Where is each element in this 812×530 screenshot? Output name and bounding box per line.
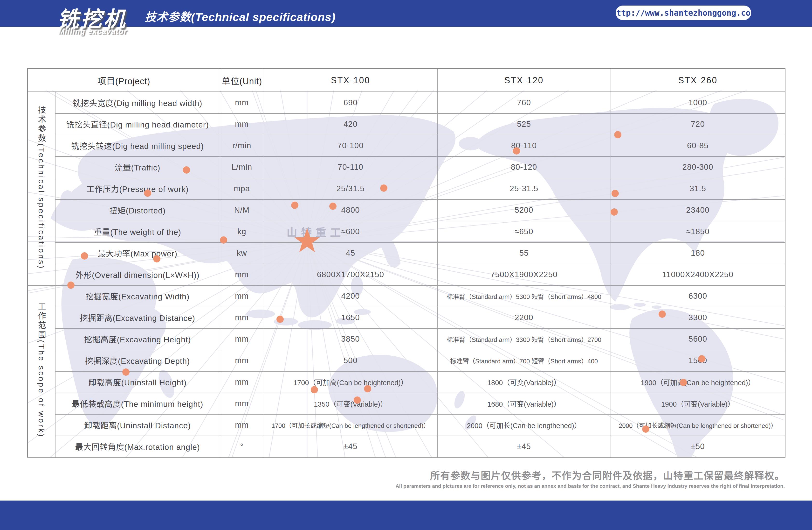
spec-value: 6300 — [611, 285, 785, 307]
spec-value: 1500 — [611, 350, 785, 371]
spec-name: 流量(Traffic) — [55, 156, 220, 178]
table-row: 卸载高度(Uninstall Height) mm 1700（可加高(Can b… — [28, 371, 785, 393]
spec-value: 标准臂（Standard arm）3300 短臂（Short arms）2700 — [437, 329, 611, 350]
spec-value: 标准臂（Standard arm）700 短臂（Short arms）400 — [437, 350, 611, 371]
spec-value: ≈600 — [264, 221, 437, 242]
spec-unit: mm — [220, 414, 264, 436]
spec-value: 23400 — [611, 199, 785, 221]
spec-value: 1900（可加高(Can be heightened)） — [611, 371, 785, 393]
spec-name: 铣挖头转速(Dig head milling speed) — [55, 135, 220, 156]
spec-value: 55 — [437, 242, 611, 264]
spec-unit: mm — [220, 350, 264, 371]
spec-value: 70-100 — [264, 135, 437, 156]
table-row: 挖掘距离(Excavating Distance) mm 1650 2200 3… — [28, 307, 785, 329]
spec-value: 70-110 — [264, 156, 437, 178]
page-title: 技术参数(Technical specifications) — [145, 8, 336, 24]
spec-value: 25-31.5 — [437, 178, 611, 199]
spec-unit: mm — [220, 307, 264, 329]
spec-name: 重量(The weight of the) — [55, 221, 220, 242]
spec-unit: mm — [220, 329, 264, 350]
spec-value: 690 — [264, 92, 437, 113]
spec-value: 2200 — [437, 307, 611, 329]
spec-table: 项目(Project) 单位(Unit) STX-100 STX-120 STX… — [27, 68, 785, 458]
table-row: 外形(Overall dimension(L×W×H)) mm 6800X170… — [28, 264, 785, 285]
spec-value: 1350（可变(Variable)） — [264, 393, 437, 414]
spec-value: 1650 — [264, 307, 437, 329]
table-row: 工作范围(The scope of work) 挖掘宽度(Excavating … — [28, 285, 785, 307]
disclaimer-cn: 所有参数与图片仅供参考，不作为合同附件及依据，山特重工保留最终解释权。 — [386, 470, 785, 482]
spec-unit: L/min — [220, 156, 264, 178]
spec-value: 5200 — [437, 199, 611, 221]
section-label-technical: 技术参数(Technical specifications) — [28, 92, 55, 285]
spec-name: 最大功率(Max power) — [55, 242, 220, 264]
spec-name: 挖掘高度(Excavating Height) — [55, 329, 220, 350]
spec-value: 420 — [264, 113, 437, 135]
col-header-stx260: STX-260 — [611, 69, 785, 92]
spec-name: 卸载距离(Uninstall Distance) — [55, 414, 220, 436]
spec-value: 7500X1900X2250 — [437, 264, 611, 285]
spec-value: 1680（可变(Variable)） — [437, 393, 611, 414]
spec-unit: mm — [220, 264, 264, 285]
table-header-row: 项目(Project) 单位(Unit) STX-100 STX-120 STX… — [28, 69, 785, 92]
spec-value: 1900（可变(Variable)） — [611, 393, 785, 414]
spec-unit: r/min — [220, 135, 264, 156]
spec-name: 卸载高度(Uninstall Height) — [55, 371, 220, 393]
col-header-stx100: STX-100 — [264, 69, 437, 92]
spec-value: 3850 — [264, 329, 437, 350]
table-row: 扭矩(Distorted) N/M 4800 5200 23400 — [28, 199, 785, 221]
spec-value: 5600 — [611, 329, 785, 350]
spec-name: 最大回转角度(Max.rotation angle) — [55, 436, 220, 457]
table-row: 重量(The weight of the) kg ≈600 ≈650 ≈1850 — [28, 221, 785, 242]
spec-value: 80-120 — [437, 156, 611, 178]
spec-name: 挖掘深度(Excavating Depth) — [55, 350, 220, 371]
table-row: 铣挖头直径(Dig milling head diameter) mm 420 … — [28, 113, 785, 135]
spec-value: 2000（可加长或缩短(Can be lengthened or shorten… — [611, 414, 785, 436]
spec-value: 25/31.5 — [264, 178, 437, 199]
spec-value: 760 — [437, 92, 611, 113]
spec-value: 1700（可加高(Can be heightened)） — [264, 371, 437, 393]
spec-value: 3300 — [611, 307, 785, 329]
spec-name: 铣挖头宽度(Dig milling head width) — [55, 92, 220, 113]
spec-value: 1800（可变(Variable)） — [437, 371, 611, 393]
table-row: 流量(Traffic) L/min 70-110 80-120 280-300 — [28, 156, 785, 178]
disclaimer: 所有参数与图片仅供参考，不作为合同附件及依据，山特重工保留最终解释权。 All … — [386, 470, 785, 490]
spec-unit: mpa — [220, 178, 264, 199]
spec-name: 挖掘距离(Excavating Distance) — [55, 307, 220, 329]
spec-value: 720 — [611, 113, 785, 135]
table-row: 最低装载高度(The minimum height) mm 1350（可变(Va… — [28, 393, 785, 414]
spec-unit: ° — [220, 436, 264, 457]
spec-value: 80-110 — [437, 135, 611, 156]
spec-value: ≈650 — [437, 221, 611, 242]
section-label-scope: 工作范围(The scope of work) — [28, 285, 55, 457]
spec-value: ±50 — [611, 436, 785, 457]
disclaimer-en: All parameters and pictures are for refe… — [386, 482, 785, 490]
spec-unit: mm — [220, 285, 264, 307]
footer-bar — [0, 501, 812, 530]
website-url-pill[interactable]: Http://www.shantezhonggong.com — [615, 5, 751, 20]
spec-value: ±45 — [264, 436, 437, 457]
spec-value: 180 — [611, 242, 785, 264]
spec-value: 2000（可加长(Can be lengthened)） — [437, 414, 611, 436]
spec-value: 11000X2400X2250 — [611, 264, 785, 285]
spec-name: 工作压力(Pressure of work) — [55, 178, 220, 199]
spec-unit: kg — [220, 221, 264, 242]
spec-value: 31.5 — [611, 178, 785, 199]
col-header-unit: 单位(Unit) — [220, 69, 264, 92]
table-row: 卸载距离(Uninstall Distance) mm 1700（可加长或缩短(… — [28, 414, 785, 436]
table-row: 技术参数(Technical specifications) 铣挖头宽度(Dig… — [28, 92, 785, 113]
table-row: 挖掘深度(Excavating Depth) mm 500 标准臂（Standa… — [28, 350, 785, 371]
spec-name: 扭矩(Distorted) — [55, 199, 220, 221]
spec-unit: mm — [220, 371, 264, 393]
spec-unit: mm — [220, 92, 264, 113]
website-url: Http://www.shantezhonggong.com — [611, 8, 755, 18]
spec-value: ≈1850 — [611, 221, 785, 242]
spec-name: 铣挖头直径(Dig milling head diameter) — [55, 113, 220, 135]
table-row: 铣挖头转速(Dig head milling speed) r/min 70-1… — [28, 135, 785, 156]
spec-value: 1700（可加长或缩短(Can be lengthened or shorten… — [264, 414, 437, 436]
spec-name: 挖掘宽度(Excavating Width) — [55, 285, 220, 307]
spec-value: 525 — [437, 113, 611, 135]
spec-value: 4200 — [264, 285, 437, 307]
col-header-project: 项目(Project) — [28, 69, 220, 92]
table-row: 最大回转角度(Max.rotation angle) ° ±45 ±45 ±50 — [28, 436, 785, 457]
spec-value: 280-300 — [611, 156, 785, 178]
